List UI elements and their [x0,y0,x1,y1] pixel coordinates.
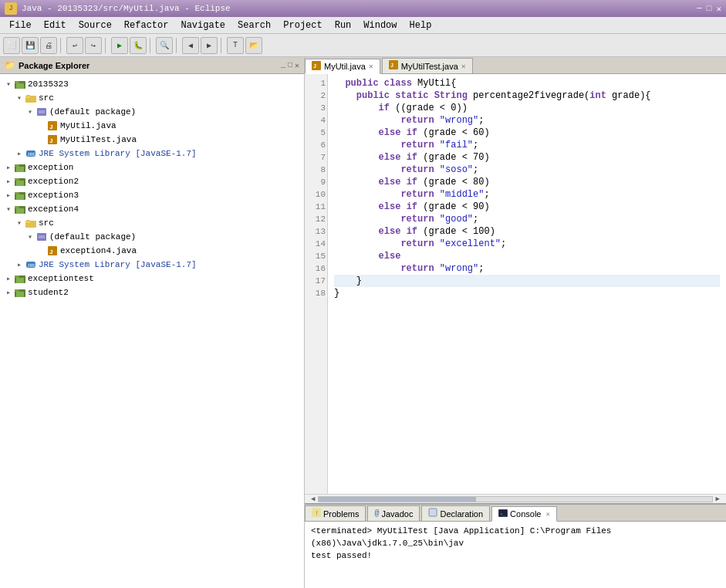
svg-rect-16 [16,167,24,172]
menu-item-navigate[interactable]: Navigate [174,19,231,32]
tree-toggle[interactable] [35,245,46,256]
svg-text:J: J [49,123,53,130]
tree-item[interactable]: ▾src [0,91,304,105]
sep1 [60,38,63,53]
menu-item-run[interactable]: Run [329,19,358,32]
code-line: return "middle"; [334,188,720,201]
menu-item-edit[interactable]: Edit [38,19,73,32]
scroll-left-arrow[interactable]: ◀ [311,495,315,503]
code-line: else if (grade < 80) [334,176,720,188]
tree-toggle[interactable]: ▸ [3,190,14,201]
scroll-right-arrow[interactable]: ▶ [716,495,720,503]
tree-icon-package [35,231,48,243]
bottom-tab-problems[interactable]: !Problems [305,505,366,521]
menu-item-project[interactable]: Project [277,19,328,32]
tree-toggle[interactable]: ▸ [3,162,14,173]
save-button[interactable]: 💾 [22,37,39,54]
tree-item[interactable]: ▸exception [0,161,304,174]
svg-rect-25 [16,208,24,214]
close-button[interactable]: ✕ [716,4,721,14]
pe-minimize-button[interactable]: _ [281,61,285,70]
menu-item-window[interactable]: Window [357,19,403,32]
bottom-tab-declaration[interactable]: Declaration [421,505,490,521]
tree-toggle[interactable]: ▾ [25,106,35,117]
bottom-tab-label: Problems [323,509,359,519]
svg-rect-24 [15,206,19,208]
tree-item[interactable]: ▸exception2 [0,174,304,188]
tree-item[interactable]: ▾(default package) [0,105,304,119]
pe-maximize-button[interactable]: □ [288,61,292,70]
minimize-button[interactable]: ─ [697,4,702,14]
tree-label: (default package) [49,107,136,117]
tree-toggle[interactable]: ▾ [25,231,35,242]
maximize-button[interactable]: □ [707,4,712,14]
tree-toggle[interactable]: ▾ [14,93,25,103]
pe-title: Package Explorer [19,61,89,70]
bottom-tabs: !Problems@JavadocDeclaration>_Console✕ [305,505,726,522]
code-editor[interactable]: 123456789101112131415161718 public class… [305,74,726,494]
debug-button[interactable]: 🐛 [130,37,147,54]
tree-toggle[interactable] [35,134,46,145]
run-button[interactable]: ▶ [111,37,128,54]
menu-item-file[interactable]: File [3,19,38,32]
tree-toggle[interactable]: ▸ [3,287,14,298]
menu-item-search[interactable]: Search [231,19,277,32]
console-line2: test passed! [311,549,720,562]
search-button[interactable]: 🔍 [156,37,173,54]
tree-toggle[interactable]: ▾ [14,218,25,228]
tree-toggle[interactable]: ▾ [3,204,14,215]
line-number: 6 [306,139,326,151]
tree-item[interactable]: ▾20135323 [0,77,304,91]
tree-item[interactable]: JMyUtil.java [0,119,304,133]
tree-item[interactable]: ▸exceptiontest [0,272,304,286]
redo-button[interactable]: ↪ [85,37,102,54]
tree-toggle[interactable] [35,120,46,131]
bottom-tab-console[interactable]: >_Console✕ [491,506,557,522]
open-resource-button[interactable]: 📂 [245,37,262,54]
menu-item-refactor[interactable]: Refactor [118,19,175,32]
tree-icon-package [35,106,48,118]
forward-button[interactable]: ▶ [201,37,218,54]
bottom-tab-close[interactable]: ✕ [545,510,549,519]
tab-close-button[interactable]: ✕ [369,62,373,71]
menu-item-help[interactable]: Help [404,19,438,32]
tree-item[interactable]: ▸exception3 [0,188,304,202]
tree-item[interactable]: JMyUtilTest.java [0,133,304,147]
code-line: else if (grade < 100) [334,225,720,238]
tab-close-button[interactable]: ✕ [461,62,466,71]
tree-toggle[interactable]: ▸ [3,273,14,284]
line-numbers: 123456789101112131415161718 [305,74,328,494]
menu-item-source[interactable]: Source [73,19,118,32]
app-icon: J [5,2,17,15]
editor-tab-MyUtilTestjava[interactable]: JMyUtilTest.java✕ [382,58,473,73]
tree-item[interactable]: ▾(default package) [0,230,304,244]
undo-button[interactable]: ↩ [66,37,83,54]
new-button[interactable]: ⬜ [3,37,20,54]
tree-item[interactable]: ▸student2 [0,286,304,299]
open-type-button[interactable]: T [227,37,244,54]
code-content[interactable]: public class MyUtil{ public static Strin… [328,74,726,494]
tree-toggle[interactable]: ▸ [3,176,14,187]
tree-toggle[interactable]: ▸ [14,148,25,159]
svg-text:J: J [49,248,53,255]
tree-item[interactable]: ▾exception4 [0,202,304,216]
pe-close-button[interactable]: ✕ [295,61,299,70]
bottom-tab-javadoc[interactable]: @Javadoc [367,505,420,521]
tree-label: exceptiontest [28,274,94,283]
tree-toggle[interactable]: ▸ [14,259,25,270]
sep2 [105,38,108,53]
tree-toggle[interactable]: ▾ [3,79,14,90]
tree-item[interactable]: Jexception4.java [0,244,304,258]
editor-tabs: JMyUtil.java✕JMyUtilTest.java✕ [305,57,726,74]
bottom-tab-label: Console [510,509,541,519]
tree-label: exception2 [28,177,79,186]
tree-item[interactable]: ▾src [0,216,304,230]
bottom-tab-icon [428,508,437,519]
print-button[interactable]: 🖨 [40,37,57,54]
back-button[interactable]: ◀ [182,37,199,54]
scroll-hint: ◀ ▶ [305,494,726,503]
tree-item[interactable]: ▸JREJRE System Library [JavaSE-1.7] [0,258,304,272]
bottom-panel: !Problems@JavadocDeclaration>_Console✕ <… [305,503,726,588]
editor-tab-MyUtiljava[interactable]: JMyUtil.java✕ [305,59,380,74]
tree-item[interactable]: ▸JREJRE System Library [JavaSE-1.7] [0,147,304,161]
